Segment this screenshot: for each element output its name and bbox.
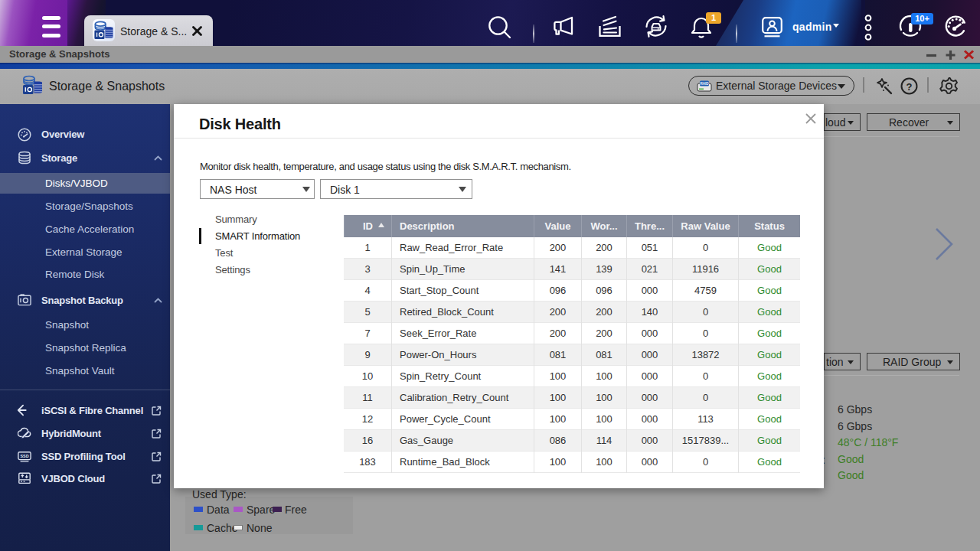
svg-text:?: ? — [906, 81, 913, 93]
svg-text:RAID: RAID — [701, 82, 710, 86]
svg-text:SSD: SSD — [20, 454, 28, 458]
